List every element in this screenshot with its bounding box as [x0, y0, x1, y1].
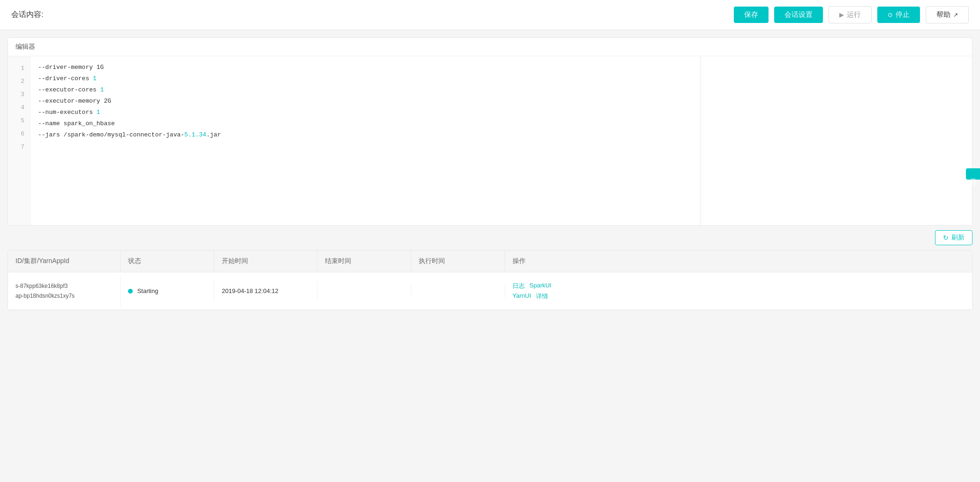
line-num-2: 2	[8, 75, 30, 88]
job-id-line1: s-87kpp63ke16k8pf3	[15, 281, 113, 291]
cell-id: s-87kpp63ke16k8pf3 ap-bp18hdsn0kzs1xy7s	[8, 275, 121, 307]
action-row-1: 日志 SparkUI	[513, 282, 965, 290]
line-num-4: 4	[8, 101, 30, 114]
code-editor[interactable]: --driver-memory 1G --driver-cores 1 --ex…	[30, 56, 700, 225]
code-line-4: --executor-memory 2G	[38, 96, 693, 107]
editor-label: 编辑器	[8, 38, 972, 56]
main-content: 编辑器 1 2 3 4 5 6 7 --driver-memory 1G --d…	[0, 38, 980, 310]
code-line-7: --jars /spark-demo/mysql-connector-java-…	[38, 129, 693, 141]
stop-icon: ⊙	[888, 11, 893, 18]
col-header-exec-time: 执行时间	[411, 250, 505, 272]
yarnui-link[interactable]: YarnUI	[513, 292, 531, 301]
table-header: ID/集群/YarnAppId 状态 开始时间 结束时间 执行时间 操作	[8, 250, 972, 272]
editor-section: 编辑器 1 2 3 4 5 6 7 --driver-memory 1G --d…	[8, 38, 972, 226]
col-header-actions: 操作	[505, 250, 972, 272]
detail-link[interactable]: 详情	[536, 292, 548, 301]
code-line-5: --num-executors 1	[38, 107, 693, 118]
line-num-6: 6	[8, 128, 30, 141]
status-text: Starting	[137, 288, 158, 295]
col-header-end-time: 结束时间	[317, 250, 411, 272]
refresh-bar: ↻ 刷新	[0, 226, 980, 250]
cell-actions: 日志 SparkUI YarnUI 详情	[505, 275, 972, 307]
cell-start-time: 2019-04-18 12:04:12	[214, 281, 317, 301]
code-line-1: --driver-memory 1G	[38, 62, 693, 73]
save-button[interactable]: 保存	[734, 7, 769, 23]
cell-exec-time	[411, 285, 505, 298]
action-row-2: YarnUI 详情	[513, 292, 965, 301]
line-num-5: 5	[8, 114, 30, 128]
header-actions: 保存 会话设置 ▶ 运行 ⊙ 停止 帮助 ↗	[734, 6, 969, 23]
status-indicator	[128, 289, 133, 294]
code-line-3: --executor-cores 1	[38, 84, 693, 96]
action-links: 日志 SparkUI YarnUI 详情	[513, 282, 965, 301]
code-line-6: --name spark_on_hbase	[38, 118, 693, 129]
cell-status: Starting	[121, 280, 214, 301]
header: 会话内容: 保存 会话设置 ▶ 运行 ⊙ 停止 帮助 ↗	[0, 0, 980, 30]
editor-body: 1 2 3 4 5 6 7 --driver-memory 1G --drive…	[8, 56, 972, 225]
jobs-table: ID/集群/YarnAppId 状态 开始时间 结束时间 执行时间 操作 s-8…	[8, 250, 972, 310]
cell-end-time	[317, 285, 411, 298]
stop-button[interactable]: ⊙ 停止	[877, 7, 920, 23]
line-num-3: 3	[8, 88, 30, 101]
code-line-2: --driver-cores 1	[38, 73, 693, 84]
external-link-icon: ↗	[953, 12, 958, 18]
line-numbers: 1 2 3 4 5 6 7	[8, 56, 30, 225]
page-title: 会话内容:	[11, 10, 734, 20]
session-settings-button[interactable]: 会话设置	[774, 7, 823, 23]
log-link[interactable]: 日志	[513, 282, 525, 290]
editor-right-panel	[700, 56, 972, 225]
col-header-start-time: 开始时间	[214, 250, 317, 272]
line-num-1: 1	[8, 62, 30, 75]
side-tab-log[interactable]: 日志	[966, 168, 980, 180]
refresh-icon: ↻	[943, 234, 949, 241]
play-icon: ▶	[839, 11, 844, 18]
refresh-button[interactable]: ↻ 刷新	[935, 230, 972, 245]
help-button[interactable]: 帮助 ↗	[926, 6, 969, 23]
job-id-line2: ap-bp18hdsn0kzs1xy7s	[15, 291, 113, 301]
col-header-id: ID/集群/YarnAppId	[8, 250, 121, 272]
sparkui-link[interactable]: SparkUI	[529, 282, 551, 290]
col-header-status: 状态	[121, 250, 214, 272]
line-num-7: 7	[8, 141, 30, 154]
table-row: s-87kpp63ke16k8pf3 ap-bp18hdsn0kzs1xy7s …	[8, 272, 972, 310]
run-button[interactable]: ▶ 运行	[829, 6, 872, 23]
